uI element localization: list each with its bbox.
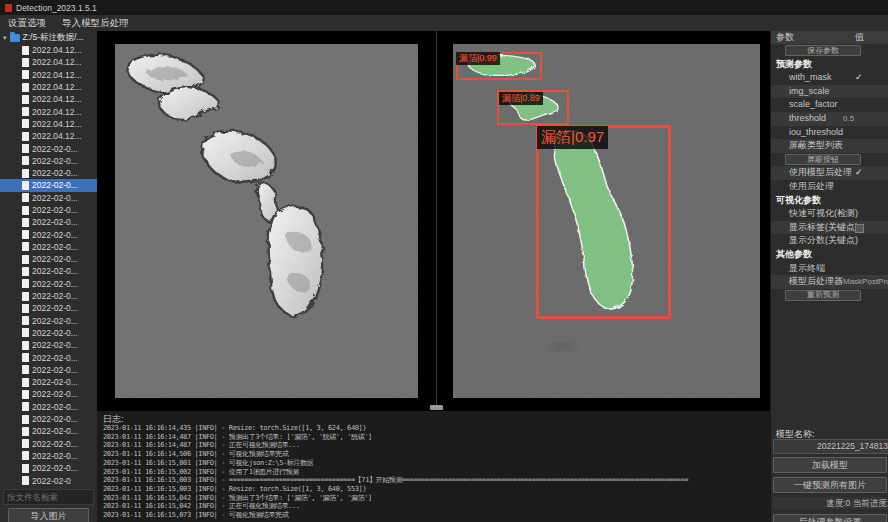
param-row[interactable]: 快速可视化(检测)	[771, 207, 888, 221]
param-row[interactable]: 屏蔽类型列表	[771, 139, 888, 153]
tree-item[interactable]: 2022-02-0...	[0, 278, 97, 290]
detection-label: 漏箔|0.99	[456, 52, 500, 65]
tree-item[interactable]: 2022-02-0...	[0, 315, 97, 327]
tree-item[interactable]: 2022-02-0...	[0, 388, 97, 400]
tree-item[interactable]: 2022-02-0...	[0, 438, 97, 450]
file-icon	[22, 107, 29, 116]
file-tree-items: 2022.04.12...2022.04.12...2022.04.12...2…	[0, 44, 97, 487]
file-icon	[22, 390, 29, 399]
file-icon	[22, 46, 29, 55]
param-button[interactable]: 保存参数	[785, 45, 861, 56]
param-row[interactable]: 显示分数(关键点)	[771, 234, 888, 248]
param-section-header: 其他参数	[771, 248, 888, 262]
original-image-panel[interactable]	[115, 44, 418, 398]
param-row[interactable]: threshold0.5	[771, 112, 888, 126]
param-row[interactable]: 显示标签(关键点)	[771, 221, 888, 235]
tree-item[interactable]: 2022-02-0...	[0, 364, 97, 376]
file-icon	[22, 95, 29, 104]
params-panel: 参数 值 保存参数预测参数with_mask✓img_scalescale_fa…	[770, 31, 888, 522]
param-button[interactable]: 重新预测	[785, 290, 861, 301]
tree-item[interactable]: 2022.04.12...	[0, 56, 97, 68]
tree-item[interactable]: 2022-02-0...	[0, 327, 97, 339]
param-row[interactable]: 使用模型后处理✓	[771, 166, 888, 180]
param-row[interactable]: img_scale	[771, 85, 888, 99]
tree-item-label: 2022-02-0...	[32, 377, 78, 387]
log-line: 2023-01-11 16:16:15,003 |INFO| - Resize:…	[103, 485, 770, 494]
log-line: 2023-01-11 16:16:15,001 |INFO| - 可视化json…	[103, 459, 770, 468]
tree-item[interactable]: 2022-02-0...	[0, 192, 97, 204]
file-icon	[22, 353, 29, 362]
tree-item[interactable]: 2022-02-0...	[0, 290, 97, 302]
tree-item-label: 2022-02-0...	[32, 193, 78, 203]
tree-item[interactable]: 2022-02-0...	[0, 376, 97, 388]
tree-item[interactable]: 2022-02-0...	[0, 425, 97, 437]
tree-item[interactable]: 2022.04.12...	[0, 130, 97, 142]
import-images-button[interactable]: 导入图片	[8, 508, 89, 522]
file-icon	[22, 328, 29, 337]
tree-item[interactable]: 2022.04.12...	[0, 105, 97, 117]
tree-item[interactable]: 2022.04.12...	[0, 93, 97, 105]
file-icon	[22, 144, 29, 153]
tree-item[interactable]: 2022-02-0...	[0, 155, 97, 167]
tree-item-label: 2022.04.12...	[32, 131, 82, 141]
load-model-button[interactable]: 加载模型	[773, 457, 887, 473]
tree-item-label: 2022-02-0...	[32, 180, 78, 190]
menu-settings[interactable]: 设置选项	[8, 17, 46, 30]
tree-item[interactable]: 2022-02-0...	[0, 302, 97, 314]
tree-item[interactable]: 2022-02-0...	[0, 351, 97, 363]
predict-all-button[interactable]: 一键预测所有图片	[773, 477, 887, 493]
file-icon	[22, 156, 29, 165]
tree-item-label: 2022-02-0...	[32, 439, 78, 449]
param-row[interactable]: iou_threshold	[771, 126, 888, 140]
file-icon	[22, 70, 29, 79]
tree-item[interactable]: 2022.04.12...	[0, 69, 97, 81]
tree-item[interactable]: 2022-02-0...	[0, 401, 97, 413]
tree-item[interactable]: 2022.04.12...	[0, 81, 97, 93]
tree-root[interactable]: ▾ Z:/5-标注数据/...	[0, 31, 97, 44]
param-button-row: 保存参数	[771, 44, 888, 58]
tree-item[interactable]: 2022-02-0	[0, 474, 97, 486]
tree-item[interactable]: 2022-02-0...	[0, 450, 97, 462]
tree-item[interactable]: 2022-02-0...	[0, 265, 97, 277]
param-label: 模型后处理器	[771, 276, 843, 286]
file-icon	[22, 292, 29, 301]
tree-item[interactable]: 2022-02-0...	[0, 179, 97, 191]
tree-item-label: 2022-02-0...	[32, 217, 78, 227]
params-header: 参数 值	[771, 31, 888, 44]
tree-item[interactable]: 2022-02-0...	[0, 142, 97, 154]
chevron-down-icon[interactable]: ▾	[3, 34, 7, 41]
tree-item[interactable]: 2022-02-0...	[0, 204, 97, 216]
tree-item-label: 2022-02-0...	[32, 328, 78, 338]
tree-item[interactable]: 2022-02-0...	[0, 167, 97, 179]
tree-item[interactable]: 2022-02-0...	[0, 413, 97, 425]
tree-item[interactable]: 2022-02-0...	[0, 228, 97, 240]
file-icon	[22, 464, 29, 473]
checkbox-unchecked[interactable]	[855, 224, 864, 233]
filename-search-input[interactable]	[3, 489, 94, 505]
detection-box	[536, 125, 671, 319]
log-panel[interactable]: 日志: 2023-01-11 16:16:14,435 |INFO| - Res…	[97, 410, 770, 522]
folder-icon	[10, 34, 20, 42]
tree-item[interactable]: 2022-02-0...	[0, 339, 97, 351]
postprocess-params-button[interactable]: 后处理参数设置	[773, 514, 887, 522]
menu-import-model-postprocess[interactable]: 导入模型后处理	[62, 17, 129, 30]
tree-item[interactable]: 2022.04.12...	[0, 44, 97, 56]
tree-item[interactable]: 2022.04.12...	[0, 118, 97, 130]
param-section-header: 预测参数	[771, 58, 888, 72]
file-icon	[22, 206, 29, 215]
param-row[interactable]: with_mask✓	[771, 71, 888, 85]
tree-item[interactable]: 2022-02-0...	[0, 216, 97, 228]
tree-item[interactable]: 2022-02-0...	[0, 253, 97, 265]
param-button[interactable]: 屏蔽按钮	[785, 154, 861, 165]
param-row[interactable]: 模型后处理器MaskPostPro	[771, 275, 888, 289]
param-row[interactable]: 显示终端	[771, 262, 888, 276]
original-image	[115, 44, 418, 398]
tree-item[interactable]: 2022-02-0...	[0, 241, 97, 253]
param-value: 0.5	[843, 112, 854, 126]
tree-item[interactable]: 2022-02-0...	[0, 462, 97, 474]
prediction-image-panel[interactable]: 漏箔|0.99 漏箔|0.89 漏箔|0.97	[453, 44, 760, 398]
param-row[interactable]: 使用后处理	[771, 180, 888, 194]
model-name-field[interactable]: 20221225_174813	[773, 439, 888, 454]
param-row[interactable]: scale_factor	[771, 98, 888, 112]
panel-splitter[interactable]	[436, 31, 437, 410]
